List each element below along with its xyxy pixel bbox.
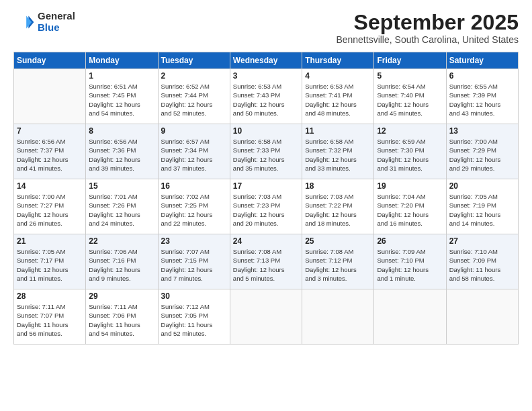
- col-friday: Friday: [374, 52, 446, 69]
- table-row: 23Sunrise: 7:07 AM Sunset: 7:15 PM Dayli…: [158, 234, 230, 289]
- calendar-week-row: 28Sunrise: 7:11 AM Sunset: 7:07 PM Dayli…: [14, 289, 519, 345]
- logo-icon: [13, 11, 35, 33]
- day-info: Sunrise: 7:05 AM Sunset: 7:17 PM Dayligh…: [17, 247, 83, 283]
- calendar-table: Sunday Monday Tuesday Wednesday Thursday…: [13, 52, 519, 345]
- day-info: Sunrise: 6:57 AM Sunset: 7:34 PM Dayligh…: [161, 137, 227, 173]
- table-row: [14, 69, 86, 124]
- day-number: 15: [89, 181, 154, 191]
- table-row: 3Sunrise: 6:53 AM Sunset: 7:43 PM Daylig…: [230, 69, 302, 124]
- day-info: Sunrise: 7:11 AM Sunset: 7:07 PM Dayligh…: [17, 302, 83, 338]
- day-info: Sunrise: 7:08 AM Sunset: 7:13 PM Dayligh…: [233, 247, 299, 283]
- table-row: 15Sunrise: 7:01 AM Sunset: 7:26 PM Dayli…: [86, 179, 158, 234]
- day-info: Sunrise: 6:56 AM Sunset: 7:37 PM Dayligh…: [17, 137, 83, 173]
- day-number: 7: [17, 126, 83, 136]
- table-row: 16Sunrise: 7:02 AM Sunset: 7:25 PM Dayli…: [158, 179, 230, 234]
- col-tuesday: Tuesday: [158, 52, 230, 69]
- day-info: Sunrise: 7:02 AM Sunset: 7:25 PM Dayligh…: [161, 192, 227, 228]
- table-row: 10Sunrise: 6:58 AM Sunset: 7:33 PM Dayli…: [230, 124, 302, 179]
- day-number: 25: [305, 236, 371, 246]
- day-number: 1: [89, 71, 154, 81]
- table-row: 30Sunrise: 7:12 AM Sunset: 7:05 PM Dayli…: [158, 289, 230, 345]
- calendar-header-row: Sunday Monday Tuesday Wednesday Thursday…: [14, 52, 519, 69]
- day-number: 12: [377, 126, 443, 136]
- day-number: 18: [305, 181, 371, 191]
- table-row: 27Sunrise: 7:10 AM Sunset: 7:09 PM Dayli…: [446, 234, 518, 289]
- day-info: Sunrise: 6:59 AM Sunset: 7:30 PM Dayligh…: [377, 137, 443, 173]
- day-number: 26: [377, 236, 443, 246]
- day-number: 3: [233, 71, 299, 81]
- table-row: 6Sunrise: 6:55 AM Sunset: 7:39 PM Daylig…: [446, 69, 518, 124]
- day-info: Sunrise: 6:58 AM Sunset: 7:33 PM Dayligh…: [233, 137, 299, 173]
- day-number: 19: [377, 181, 443, 191]
- table-row: [374, 289, 446, 345]
- day-number: 17: [233, 181, 299, 191]
- day-number: 27: [449, 236, 515, 246]
- table-row: 26Sunrise: 7:09 AM Sunset: 7:10 PM Dayli…: [374, 234, 446, 289]
- table-row: 4Sunrise: 6:53 AM Sunset: 7:41 PM Daylig…: [302, 69, 374, 124]
- table-row: 8Sunrise: 6:56 AM Sunset: 7:36 PM Daylig…: [86, 124, 158, 179]
- col-monday: Monday: [86, 52, 158, 69]
- table-row: 19Sunrise: 7:04 AM Sunset: 7:20 PM Dayli…: [374, 179, 446, 234]
- day-number: 8: [89, 126, 154, 136]
- day-number: 4: [305, 71, 371, 81]
- day-info: Sunrise: 7:07 AM Sunset: 7:15 PM Dayligh…: [161, 247, 227, 283]
- table-row: 24Sunrise: 7:08 AM Sunset: 7:13 PM Dayli…: [230, 234, 302, 289]
- table-row: 21Sunrise: 7:05 AM Sunset: 7:17 PM Dayli…: [14, 234, 86, 289]
- day-info: Sunrise: 7:00 AM Sunset: 7:29 PM Dayligh…: [449, 137, 515, 173]
- day-number: 24: [233, 236, 299, 246]
- location-text: Bennettsville, South Carolina, United St…: [336, 34, 519, 45]
- calendar-week-row: 1Sunrise: 6:51 AM Sunset: 7:45 PM Daylig…: [14, 69, 519, 124]
- calendar-week-row: 14Sunrise: 7:00 AM Sunset: 7:27 PM Dayli…: [14, 179, 519, 234]
- table-row: 2Sunrise: 6:52 AM Sunset: 7:44 PM Daylig…: [158, 69, 230, 124]
- table-row: 7Sunrise: 6:56 AM Sunset: 7:37 PM Daylig…: [14, 124, 86, 179]
- table-row: 11Sunrise: 6:58 AM Sunset: 7:32 PM Dayli…: [302, 124, 374, 179]
- day-number: 14: [17, 181, 83, 191]
- day-number: 21: [17, 236, 83, 246]
- table-row: 5Sunrise: 6:54 AM Sunset: 7:40 PM Daylig…: [374, 69, 446, 124]
- table-row: 9Sunrise: 6:57 AM Sunset: 7:34 PM Daylig…: [158, 124, 230, 179]
- day-info: Sunrise: 6:51 AM Sunset: 7:45 PM Dayligh…: [89, 82, 154, 118]
- table-row: [230, 289, 302, 345]
- day-number: 10: [233, 126, 299, 136]
- table-row: 22Sunrise: 7:06 AM Sunset: 7:16 PM Dayli…: [86, 234, 158, 289]
- day-info: Sunrise: 6:56 AM Sunset: 7:36 PM Dayligh…: [89, 137, 154, 173]
- day-info: Sunrise: 6:55 AM Sunset: 7:39 PM Dayligh…: [449, 82, 515, 118]
- day-number: 29: [89, 291, 154, 301]
- day-info: Sunrise: 7:10 AM Sunset: 7:09 PM Dayligh…: [449, 247, 515, 283]
- day-info: Sunrise: 7:03 AM Sunset: 7:22 PM Dayligh…: [305, 192, 371, 228]
- table-row: 25Sunrise: 7:08 AM Sunset: 7:12 PM Dayli…: [302, 234, 374, 289]
- title-block: September 2025 Bennettsville, South Caro…: [336, 11, 519, 45]
- day-info: Sunrise: 6:58 AM Sunset: 7:32 PM Dayligh…: [305, 137, 371, 173]
- day-info: Sunrise: 6:53 AM Sunset: 7:41 PM Dayligh…: [305, 82, 371, 118]
- col-wednesday: Wednesday: [230, 52, 302, 69]
- table-row: 17Sunrise: 7:03 AM Sunset: 7:23 PM Dayli…: [230, 179, 302, 234]
- day-number: 22: [89, 236, 154, 246]
- day-number: 16: [161, 181, 227, 191]
- day-info: Sunrise: 7:11 AM Sunset: 7:06 PM Dayligh…: [89, 302, 154, 338]
- day-number: 11: [305, 126, 371, 136]
- table-row: [446, 289, 518, 345]
- calendar-week-row: 21Sunrise: 7:05 AM Sunset: 7:17 PM Dayli…: [14, 234, 519, 289]
- day-number: 5: [377, 71, 443, 81]
- day-info: Sunrise: 6:52 AM Sunset: 7:44 PM Dayligh…: [161, 82, 227, 118]
- col-sunday: Sunday: [14, 52, 86, 69]
- table-row: 13Sunrise: 7:00 AM Sunset: 7:29 PM Dayli…: [446, 124, 518, 179]
- logo-general-text: General: [38, 11, 75, 22]
- logo: General Blue: [13, 11, 75, 33]
- day-number: 30: [161, 291, 227, 301]
- col-thursday: Thursday: [302, 52, 374, 69]
- day-info: Sunrise: 7:01 AM Sunset: 7:26 PM Dayligh…: [89, 192, 154, 228]
- table-row: 29Sunrise: 7:11 AM Sunset: 7:06 PM Dayli…: [86, 289, 158, 345]
- day-number: 13: [449, 126, 515, 136]
- day-info: Sunrise: 6:54 AM Sunset: 7:40 PM Dayligh…: [377, 82, 443, 118]
- day-info: Sunrise: 7:03 AM Sunset: 7:23 PM Dayligh…: [233, 192, 299, 228]
- table-row: 14Sunrise: 7:00 AM Sunset: 7:27 PM Dayli…: [14, 179, 86, 234]
- day-info: Sunrise: 7:08 AM Sunset: 7:12 PM Dayligh…: [305, 247, 371, 283]
- day-info: Sunrise: 7:09 AM Sunset: 7:10 PM Dayligh…: [377, 247, 443, 283]
- table-row: 28Sunrise: 7:11 AM Sunset: 7:07 PM Dayli…: [14, 289, 86, 345]
- day-info: Sunrise: 7:06 AM Sunset: 7:16 PM Dayligh…: [89, 247, 154, 283]
- day-number: 9: [161, 126, 227, 136]
- day-info: Sunrise: 6:53 AM Sunset: 7:43 PM Dayligh…: [233, 82, 299, 118]
- month-year-title: September 2025: [336, 11, 519, 34]
- day-number: 28: [17, 291, 83, 301]
